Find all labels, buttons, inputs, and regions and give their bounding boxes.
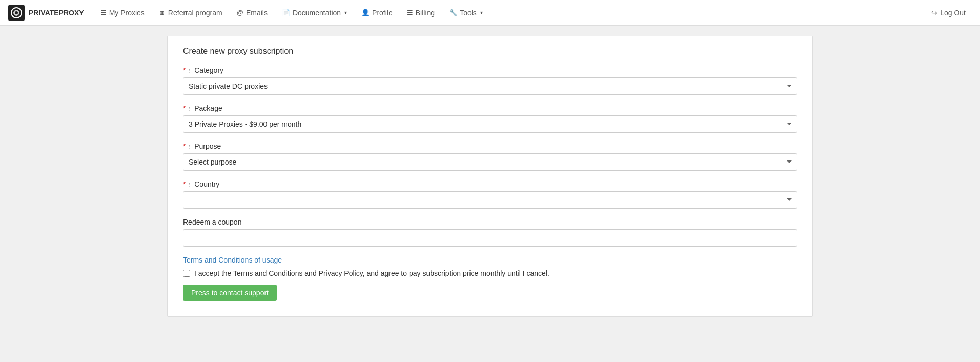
brand-logo bbox=[8, 5, 25, 21]
purpose-select[interactable]: Select purpose bbox=[183, 153, 797, 171]
category-select[interactable]: Static private DC proxies bbox=[183, 77, 797, 95]
billing-icon: ☰ bbox=[407, 9, 413, 16]
required-asterisk-country: * bbox=[183, 180, 186, 188]
nav-item-documentation[interactable]: 📄 Documentation ▾ bbox=[276, 5, 353, 21]
nav-item-emails[interactable]: @ Emails bbox=[231, 5, 274, 21]
nav-item-referral[interactable]: 🖩 Referral program bbox=[153, 5, 229, 21]
nav-label-emails: Emails bbox=[246, 9, 268, 17]
dropdown-caret-docs: ▾ bbox=[344, 10, 347, 15]
required-asterisk-package: * bbox=[183, 104, 186, 112]
tools-icon: 🔧 bbox=[449, 9, 457, 16]
nav-item-billing[interactable]: ☰ Billing bbox=[401, 5, 441, 21]
nav-label-billing: Billing bbox=[416, 9, 435, 17]
brand-name: PRIVATEPROXY bbox=[29, 9, 84, 17]
purpose-label: * ⁝ Purpose bbox=[183, 142, 797, 150]
coupon-label: Redeem a coupon bbox=[183, 218, 797, 226]
category-group: * ⁝ Category Static private DC proxies bbox=[183, 66, 797, 95]
logout-label: Log Out bbox=[940, 9, 966, 17]
list-icon: ☰ bbox=[100, 9, 107, 16]
package-label: * ⁝ Package bbox=[183, 104, 797, 112]
coupon-group: Redeem a coupon bbox=[183, 218, 797, 247]
country-label: * ⁝ Country bbox=[183, 180, 797, 188]
package-group: * ⁝ Package 3 Private Proxies - $9.00 pe… bbox=[183, 104, 797, 133]
form-card: Create new proxy subscription * ⁝ Catego… bbox=[167, 36, 813, 317]
profile-icon: 👤 bbox=[361, 9, 370, 16]
email-icon: @ bbox=[237, 9, 243, 16]
nav-items: ☰ My Proxies 🖩 Referral program @ Emails… bbox=[94, 5, 926, 21]
dropdown-caret-tools: ▾ bbox=[480, 10, 483, 15]
main-content: Create new proxy subscription * ⁝ Catego… bbox=[0, 26, 980, 327]
brand-logo-link[interactable]: PRIVATEPROXY bbox=[8, 5, 84, 21]
docs-icon: 📄 bbox=[282, 9, 290, 16]
nav-label-profile: Profile bbox=[372, 9, 393, 17]
referral-icon: 🖩 bbox=[159, 9, 166, 16]
svg-point-1 bbox=[15, 11, 18, 14]
form-title: Create new proxy subscription bbox=[183, 47, 797, 56]
purpose-group: * ⁝ Purpose Select purpose bbox=[183, 142, 797, 171]
required-asterisk-category: * bbox=[183, 66, 186, 74]
package-select[interactable]: 3 Private Proxies - $9.00 per month bbox=[183, 115, 797, 133]
country-group: * ⁝ Country bbox=[183, 180, 797, 209]
support-button[interactable]: Press to contact support bbox=[183, 285, 277, 301]
nav-label-my-proxies: My Proxies bbox=[109, 9, 145, 17]
nav-label-documentation: Documentation bbox=[293, 9, 341, 17]
nav-item-my-proxies[interactable]: ☰ My Proxies bbox=[94, 5, 151, 21]
nav-item-profile[interactable]: 👤 Profile bbox=[355, 5, 399, 21]
logout-icon: ↪ bbox=[931, 9, 937, 17]
brand-icon bbox=[10, 7, 23, 19]
nav-label-tools: Tools bbox=[460, 9, 477, 17]
accept-checkbox[interactable] bbox=[183, 270, 190, 277]
accept-checkbox-row: I accept the Terms and Conditions and Pr… bbox=[183, 269, 797, 277]
category-label: * ⁝ Category bbox=[183, 66, 797, 74]
accept-label: I accept the Terms and Conditions and Pr… bbox=[194, 269, 549, 277]
required-asterisk-purpose: * bbox=[183, 142, 186, 150]
coupon-input[interactable] bbox=[183, 229, 797, 247]
nav-item-tools[interactable]: 🔧 Tools ▾ bbox=[443, 5, 489, 21]
nav-label-referral: Referral program bbox=[168, 9, 222, 17]
country-select[interactable] bbox=[183, 191, 797, 209]
navbar: PRIVATEPROXY ☰ My Proxies 🖩 Referral pro… bbox=[0, 0, 980, 26]
logout-button[interactable]: ↪ Log Out bbox=[925, 5, 972, 21]
terms-link[interactable]: Terms and Conditions of usage bbox=[183, 256, 282, 264]
